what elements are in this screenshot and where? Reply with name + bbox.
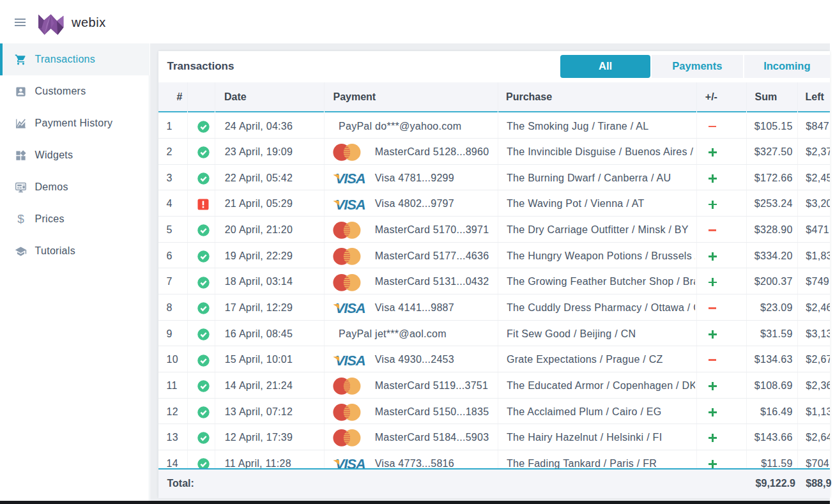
svg-text:VISA: VISA bbox=[335, 198, 365, 211]
svg-text:VISA: VISA bbox=[335, 354, 365, 367]
svg-text:VISA: VISA bbox=[335, 457, 365, 468]
svg-text:VISA: VISA bbox=[335, 172, 365, 185]
svg-text:VISA: VISA bbox=[335, 302, 365, 315]
